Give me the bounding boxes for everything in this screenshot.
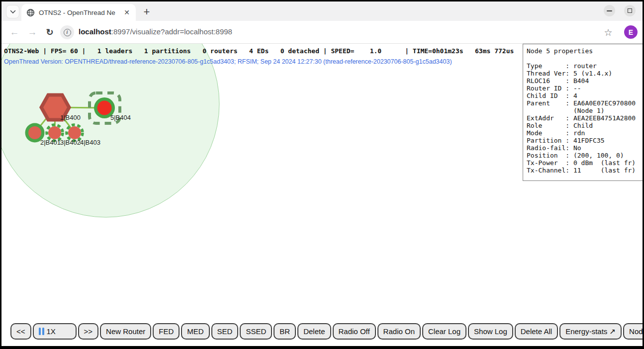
node-properties-title: Node 5 properties <box>527 47 641 55</box>
node-stats-button[interactable]: Node-stats ↗ <box>623 323 643 340</box>
new-router-button[interactable]: New Router <box>100 323 151 340</box>
url-path: :8997/visualize?addr=localhost:8998 <box>111 27 232 36</box>
tab-search-button[interactable] <box>6 5 19 18</box>
sed-button[interactable]: SED <box>211 323 239 340</box>
tab-otns2[interactable]: OTNS2 - OpenThread Ne ✕ <box>21 4 136 21</box>
new-tab-button[interactable]: + <box>140 5 153 18</box>
speed-pause-button[interactable]: 1X <box>33 323 77 340</box>
chevron-down-icon <box>10 10 16 14</box>
browser-window-inner: OTNS2 - OpenThread Ne ✕ + ← → ↻ i localh… <box>1 1 643 346</box>
reload-button[interactable]: ↻ <box>43 25 57 39</box>
controls-toolbar: << 1X >> New Router FED MED SED SSED BR … <box>10 323 643 340</box>
fed-button[interactable]: FED <box>153 323 180 340</box>
energy-stats-button[interactable]: Energy-stats ↗ <box>559 323 622 340</box>
address-bar: ← → ↻ i localhost:8997/visualize?addr=lo… <box>1 21 643 44</box>
delete-button[interactable]: Delete <box>297 323 331 340</box>
window-minimize-button[interactable] <box>604 5 615 16</box>
node-properties-text: Type : router Thread Ver: 5 (v1.4.x) RLO… <box>527 62 641 174</box>
node-3-label: 3|B402 <box>60 139 81 146</box>
otns-canvas: 1|B400 5|B404 2|B401 3|B402 4|B403 OTNS2… <box>1 44 643 346</box>
bookmark-star-icon[interactable]: ☆ <box>601 25 615 39</box>
clear-log-button[interactable]: Clear Log <box>422 323 466 340</box>
window-maximize-button[interactable] <box>624 5 636 16</box>
delete-all-button[interactable]: Delete All <box>515 323 558 340</box>
speed-up-button[interactable]: >> <box>78 323 99 340</box>
url-host: localhost <box>79 27 111 36</box>
minimize-icon <box>607 10 612 11</box>
ssed-button[interactable]: SSED <box>240 323 272 340</box>
maximize-icon <box>628 8 632 13</box>
node-1-label: 1|B400 <box>60 114 81 121</box>
node-5-label: 5|B404 <box>110 114 131 121</box>
back-button[interactable]: ← <box>7 25 21 39</box>
titlebar: OTNS2 - OpenThread Ne ✕ + <box>1 1 643 21</box>
tab-close-icon[interactable]: ✕ <box>122 7 132 17</box>
openthread-version-link[interactable]: OpenThread Version: OPENTHREAD/thread-re… <box>4 58 452 65</box>
radio-on-button[interactable]: Radio On <box>377 323 421 340</box>
node-2-label: 2|B401 <box>40 139 61 146</box>
node-3-body <box>48 126 61 139</box>
radio-off-button[interactable]: Radio Off <box>333 323 376 340</box>
profile-avatar[interactable]: E <box>624 25 638 39</box>
tab-title: OTNS2 - OpenThread Ne <box>39 9 118 16</box>
med-button[interactable]: MED <box>181 323 209 340</box>
info-icon: i <box>64 29 71 36</box>
node-2-body <box>28 126 41 139</box>
node-4-body <box>68 126 81 139</box>
show-log-button[interactable]: Show Log <box>468 323 513 340</box>
node-properties-panel: Node 5 properties Type : router Thread V… <box>523 44 643 181</box>
url-field[interactable]: localhost:8997/visualize?addr=localhost:… <box>79 27 232 36</box>
globe-favicon-icon <box>26 8 35 17</box>
browser-window: OTNS2 - OpenThread Ne ✕ + ← → ↻ i localh… <box>0 0 644 349</box>
pause-icon <box>39 328 44 335</box>
br-button[interactable]: BR <box>274 323 296 340</box>
status-line: OTNS2-Web | FPS= 60 | 1 leaders 1 partit… <box>4 47 514 55</box>
node-4-label: 4|B403 <box>80 139 100 146</box>
speed-label: 1X <box>47 327 56 336</box>
speed-down-button[interactable]: << <box>10 323 31 340</box>
site-info-button[interactable]: i <box>60 25 74 39</box>
node-5-body <box>97 101 112 115</box>
forward-button[interactable]: → <box>25 25 39 39</box>
